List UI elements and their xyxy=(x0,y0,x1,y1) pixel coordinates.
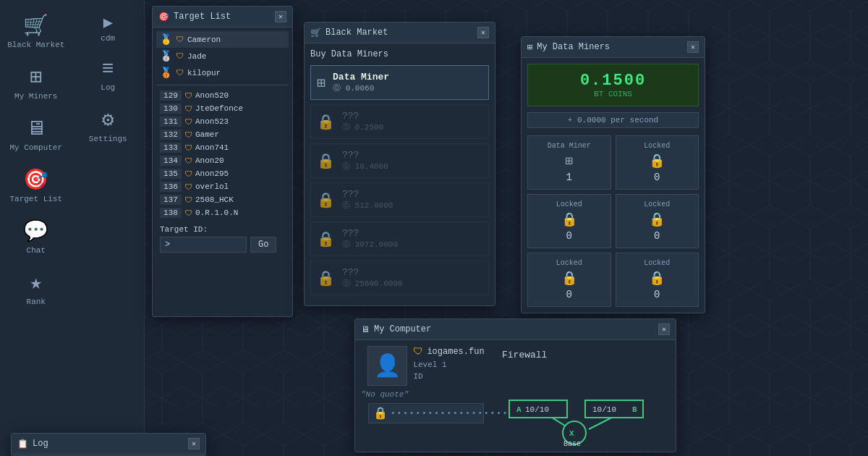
slot-label: Data Miner xyxy=(548,142,591,150)
locked-item-4: 🔒 ??? ⓪ 3072.0000 xyxy=(310,221,489,256)
target-list-close-button[interactable]: ✕ xyxy=(275,11,286,22)
settings-icon: ⚙ xyxy=(102,107,114,132)
locked-info: ??? ⓪ 3072.0000 xyxy=(342,228,398,250)
target-row[interactable]: 132 🛡 Gamer xyxy=(156,128,289,141)
target-row[interactable]: 138 🛡 0.R.1.0.N xyxy=(156,206,289,219)
target-shield-icon: 🛡 xyxy=(184,143,192,153)
medal-2: 🥈 xyxy=(160,50,172,62)
target-id-row: Go xyxy=(160,237,285,253)
target-name: 0.R.1.0.N xyxy=(195,208,238,217)
lock-icon: 🔒 xyxy=(373,406,388,421)
target-shield-icon: 🛡 xyxy=(184,169,192,179)
locked-price: ⓪ 0.2500 xyxy=(342,122,383,132)
sidebar-item-rank[interactable]: ★ Rank xyxy=(4,264,69,312)
computer-close-button[interactable]: ✕ xyxy=(658,324,670,335)
target-id-input[interactable] xyxy=(160,237,247,253)
sidebar-item-black-market[interactable]: 🛒 Black Market xyxy=(4,7,69,55)
target-row[interactable]: 135 🛡 Anon295 xyxy=(156,167,289,180)
svg-text:10/10: 10/10 xyxy=(592,405,616,414)
log-title: 📋 Log xyxy=(17,439,48,449)
password-dots: •••••••••••••••••••• xyxy=(391,409,515,418)
miner-slot-4: Locked 🔒 0 xyxy=(527,253,611,307)
target-row[interactable]: 130 🛡 JteDefonce xyxy=(156,102,289,115)
sidebar-label-my-miners: My Miners xyxy=(14,92,57,101)
sidebar-item-my-computer[interactable]: 🖥 My Computer xyxy=(4,110,69,158)
sidebar-label-rank: Rank xyxy=(27,297,46,306)
lock-icon: 🔒 xyxy=(317,269,335,287)
sidebar-item-target-list[interactable]: 🎯 Target List xyxy=(4,161,69,209)
locked-name: ??? xyxy=(342,111,383,122)
target-shield-icon: 🛡 xyxy=(184,182,192,192)
miners-title: ⊞ My Data Miners xyxy=(527,42,610,53)
target-row[interactable]: 136 🛡 overlol xyxy=(156,180,289,193)
target-shield-icon: 🛡 xyxy=(184,130,192,140)
go-button[interactable]: Go xyxy=(250,237,276,253)
profile-id: ID xyxy=(413,372,484,381)
lock-icon: 🔒 xyxy=(317,152,335,170)
balance-currency: BT COINS xyxy=(535,90,691,98)
miner-item-0[interactable]: ⊞ Data Miner ⓪ 0.0060 xyxy=(310,65,489,100)
locked-item-5: 🔒 ??? ⓪ 25600.0000 xyxy=(310,261,489,295)
target-row[interactable]: 134 🛡 Anon20 xyxy=(156,154,289,167)
miner-slot-2: Locked 🔒 0 xyxy=(527,194,611,248)
target-row[interactable]: 133 🛡 Anon741 xyxy=(156,141,289,154)
computer-title: 🖥 My Computer xyxy=(361,324,431,335)
target-name: overlol xyxy=(195,182,229,191)
top-player-3[interactable]: 🥉 🛡 kilopur xyxy=(156,64,289,81)
locked-info: ??? ⓪ 0.2500 xyxy=(342,111,383,132)
profile-level: Level 1 xyxy=(413,360,484,369)
locked-info: ??? ⓪ 512.0000 xyxy=(342,189,393,211)
log-title-icon: 📋 xyxy=(17,439,28,449)
sidebar-label-black-market: Black Market xyxy=(7,41,64,49)
lock-icon: 🔒 xyxy=(317,113,335,131)
medal-1: 🥇 xyxy=(160,33,172,46)
miners-title-icon: ⊞ xyxy=(527,42,532,53)
target-row[interactable]: 129 🛡 Anon520 xyxy=(156,89,289,102)
sidebar-label-settings: Settings xyxy=(89,135,127,143)
target-shield-icon: 🛡 xyxy=(184,104,192,114)
miners-window: ⊞ My Data Miners ✕ 0.1500 BT COINS + 0.0… xyxy=(521,36,705,313)
miners-close-button[interactable]: ✕ xyxy=(687,41,699,53)
sidebar-item-cdm[interactable]: ▶ cdm xyxy=(75,7,140,48)
black-market-icon: 🛒 xyxy=(23,13,48,38)
lock-icon: 🔒 xyxy=(649,153,665,169)
slot-icon: ⊞ xyxy=(565,153,573,169)
target-list-content: 🥇 🛡 Cameron 🥈 🛡 Jade 🥉 🛡 kilopur 129 🛡 A… xyxy=(153,28,292,260)
locked-price: ⓪ 25600.0000 xyxy=(342,278,403,289)
black-market-close-button[interactable]: ✕ xyxy=(477,27,489,38)
svg-text:B: B xyxy=(632,405,637,414)
miner-slot-5: Locked 🔒 0 xyxy=(616,253,699,307)
target-shield-icon: 🛡 xyxy=(184,156,192,166)
locked-name: ??? xyxy=(342,189,393,200)
sidebar-label-chat: Chat xyxy=(27,246,46,255)
medal-3: 🥉 xyxy=(160,67,172,79)
locked-name: ??? xyxy=(342,150,388,161)
locked-info: ??? ⓪ 25600.0000 xyxy=(342,267,403,289)
sidebar-item-log[interactable]: ≡ Log xyxy=(75,52,140,98)
locked-item-1: 🔒 ??? ⓪ 0.2500 xyxy=(310,104,489,139)
sidebar-item-chat[interactable]: 💬 Chat xyxy=(4,213,69,261)
target-num: 136 xyxy=(160,182,182,192)
target-row[interactable]: 131 🛡 Anon523 xyxy=(156,115,289,128)
cdm-icon: ▶ xyxy=(103,13,113,31)
sidebar-item-my-miners[interactable]: ⊞ My Miners xyxy=(4,59,69,106)
target-shield-icon: 🛡 xyxy=(184,208,192,218)
computer-profile: 👤 🛡 iogames.fun Level 1 ID "No quote" 🔒 … xyxy=(361,346,491,451)
computer-content: 👤 🛡 iogames.fun Level 1 ID "No quote" 🔒 … xyxy=(355,340,676,456)
top-player-1[interactable]: 🥇 🛡 Cameron xyxy=(156,31,289,48)
top-player-2[interactable]: 🥈 🛡 Jade xyxy=(156,48,289,64)
slot-label: Locked xyxy=(644,259,670,267)
chat-icon: 💬 xyxy=(23,219,48,243)
locked-price: ⓪ 18.4000 xyxy=(342,161,388,172)
log-window: 📋 Log ✕ xyxy=(11,433,206,456)
miner-item-name-0: Data Miner xyxy=(333,72,389,83)
black-market-window: 🛒 Black Market ✕ Buy Data Miners ⊞ Data … xyxy=(304,22,495,306)
log-close-button[interactable]: ✕ xyxy=(188,438,200,449)
target-row[interactable]: 137 🛡 2508_HCK xyxy=(156,193,289,206)
sidebar-item-settings[interactable]: ⚙ Settings xyxy=(75,101,140,149)
bm-subtitle: Buy Data Miners xyxy=(310,49,489,59)
balance-amount: 0.1500 xyxy=(535,72,691,90)
top-players: 🥇 🛡 Cameron 🥈 🛡 Jade 🥉 🛡 kilopur xyxy=(156,31,289,81)
shield-2: 🛡 xyxy=(176,51,184,61)
target-num: 134 xyxy=(160,156,182,166)
